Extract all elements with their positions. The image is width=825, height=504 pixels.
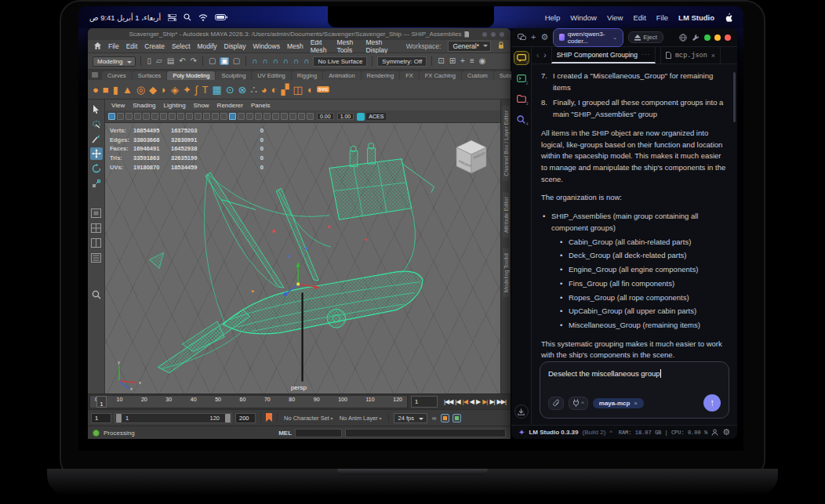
shelf-tab[interactable]: Curves — [102, 71, 132, 80]
snap-view-plane-icon[interactable]: ∩ — [293, 57, 300, 65]
shelf-tab[interactable]: Custom — [462, 71, 493, 80]
center-pivot-icon[interactable]: ⊙ — [226, 85, 234, 95]
poly-cylinder-icon[interactable]: ▮ — [113, 85, 118, 95]
chats-panel-icon[interactable] — [518, 34, 526, 42]
apple-logo-icon[interactable] — [725, 13, 732, 22]
playback-loop-icon[interactable]: ∞ — [431, 415, 438, 422]
undo-icon[interactable]: ↶ — [178, 57, 186, 65]
chevron-up-icon[interactable]: ^ — [609, 429, 612, 436]
use-all-lights-icon[interactable] — [246, 113, 253, 120]
downloads-icon[interactable] — [514, 404, 529, 419]
menubar-item[interactable]: File — [656, 13, 668, 22]
motion-blur-icon[interactable] — [272, 113, 279, 120]
panel-tab[interactable]: Modeling Toolkit — [503, 248, 510, 297]
menubar-item[interactable]: Window — [570, 13, 597, 22]
mel-input-small[interactable] — [295, 429, 342, 437]
maya-menu-item[interactable]: Create — [144, 42, 165, 50]
image-plane-icon[interactable] — [125, 113, 133, 120]
workspace-select[interactable]: General* — [448, 41, 491, 52]
shelf-tab[interactable]: Surfaces — [133, 71, 167, 80]
playback-button[interactable]: ◀ — [470, 398, 474, 405]
boolean-union-icon[interactable]: ◕ — [261, 85, 267, 95]
chat-scrollbar[interactable] — [733, 72, 736, 122]
playback-button[interactable]: ▶ — [476, 398, 480, 405]
lock-camera-icon[interactable] — [117, 113, 124, 120]
menubar-app-name[interactable]: LM Studio — [678, 13, 714, 22]
character-controls-icon[interactable]: + — [460, 57, 466, 65]
menu-set-select[interactable]: Modeling — [93, 56, 136, 67]
maya-menu-item[interactable]: Windows — [253, 42, 279, 50]
poly-plane-icon[interactable]: ◆ — [149, 85, 157, 95]
new-scene-icon[interactable]: ▯ — [146, 57, 152, 65]
display-layer-icon[interactable]: ≡ — [469, 57, 475, 65]
poly-cube-icon[interactable]: ■ — [103, 85, 109, 95]
panel-tab[interactable]: Channel Box / Layer Editor — [503, 106, 510, 181]
resolution-gate-icon[interactable] — [177, 113, 184, 120]
maya-menu-item[interactable]: Mesh Tools — [336, 38, 358, 54]
safe-action-icon[interactable] — [203, 113, 210, 120]
tab-chat[interactable]: SHIP Component Grouping ··· — [551, 47, 656, 63]
gamma-field[interactable]: 1.00 — [337, 113, 354, 120]
render-settings-icon[interactable]: ⊡ — [437, 57, 445, 65]
range-slider[interactable]: 1 120 — [114, 413, 232, 423]
bridge-icon[interactable]: ◫ — [293, 85, 302, 95]
viewport-menu-item[interactable]: Renderer — [217, 102, 243, 109]
shelf-tab[interactable]: Animation — [323, 71, 360, 80]
lasso-tool-icon[interactable] — [90, 118, 103, 130]
isolate-select-icon[interactable] — [281, 113, 288, 120]
anim-layer-select[interactable]: No Anim Layer — [338, 415, 383, 422]
shelf-tab[interactable]: Sculpting — [216, 71, 251, 80]
auto-key-icon[interactable] — [441, 414, 449, 422]
grid-toggle-icon[interactable] — [160, 113, 167, 120]
plugins-button[interactable]: ^ — [569, 397, 588, 410]
view-cube[interactable]: FRONT RIGHT — [453, 137, 489, 176]
make-live-icon[interactable]: ∩ — [303, 57, 310, 65]
attach-file-button[interactable] — [548, 397, 564, 410]
layout-outliner-icon[interactable] — [90, 252, 103, 264]
bevel-icon[interactable]: ◖ — [307, 85, 313, 95]
playback-button[interactable]: ▶▶| — [497, 398, 506, 405]
symmetry-field[interactable]: Symmetry: Off — [377, 56, 427, 67]
shaded-mode-icon[interactable] — [229, 113, 236, 120]
sidebar-chat-icon[interactable]: 1 — [514, 52, 529, 64]
settings-gear-icon[interactable]: ⚙ — [540, 33, 548, 42]
select-tool-icon[interactable] — [90, 103, 103, 115]
sidebar-discover-icon[interactable]: 4 — [514, 113, 529, 125]
script-status-icon[interactable] — [93, 430, 100, 437]
open-scene-icon[interactable]: ▱ — [155, 57, 163, 65]
poly-sphere-icon[interactable]: ● — [93, 85, 99, 95]
freeze-transform-icon[interactable]: ∴ — [250, 85, 256, 95]
paint-select-tool-icon[interactable] — [90, 132, 103, 145]
maya-menu-item[interactable]: Mesh Display — [365, 38, 391, 54]
bookmark-icon[interactable] — [266, 413, 272, 423]
home-icon[interactable] — [94, 42, 101, 51]
menubar-item[interactable]: Help — [545, 13, 561, 22]
viewport-menu-item[interactable]: View — [111, 102, 125, 109]
snap-projected-center-icon[interactable]: ∩ — [282, 57, 289, 65]
field-chart-icon[interactable] — [194, 113, 202, 120]
sidebar-my-models-icon[interactable]: 3 — [514, 92, 529, 105]
delete-history-icon[interactable]: ⊗ — [238, 85, 247, 95]
maya-menu-item[interactable]: Edit — [126, 42, 138, 50]
chat-input[interactable]: Deselect the miscellaneous group ^ — [540, 361, 729, 419]
set-key-icon[interactable] — [452, 414, 461, 422]
menubar-item[interactable]: Edit — [633, 13, 645, 22]
playback-button[interactable]: ▶| — [482, 398, 487, 405]
current-time-marker[interactable]: 1 — [96, 396, 107, 408]
send-button[interactable]: ↑ — [703, 394, 721, 412]
maya-menu-item[interactable]: Mesh — [287, 42, 303, 50]
fps-select[interactable]: 24 fps — [394, 413, 427, 423]
settings-gear-icon[interactable]: ⚙ — [722, 428, 730, 437]
maya-menu-item[interactable]: Display — [224, 42, 246, 50]
current-frame-field[interactable]: 1 — [411, 396, 438, 408]
model-selector[interactable]: qwen/qwen3-coder... ⌄ — [553, 28, 623, 47]
select-object-icon[interactable]: ▣ — [220, 57, 228, 65]
spotlight-search-icon[interactable] — [184, 13, 191, 21]
grease-pencil-icon[interactable] — [151, 113, 158, 120]
live-surface-field[interactable]: No Live Surface — [313, 56, 367, 67]
viewport-menu-item[interactable]: Panels — [251, 102, 270, 109]
maya-menu-item[interactable]: Modify — [198, 42, 217, 50]
wifi-icon[interactable] — [198, 14, 208, 21]
character-set-select[interactable]: No Character Set — [282, 415, 335, 422]
range-start-grip[interactable] — [116, 414, 122, 422]
